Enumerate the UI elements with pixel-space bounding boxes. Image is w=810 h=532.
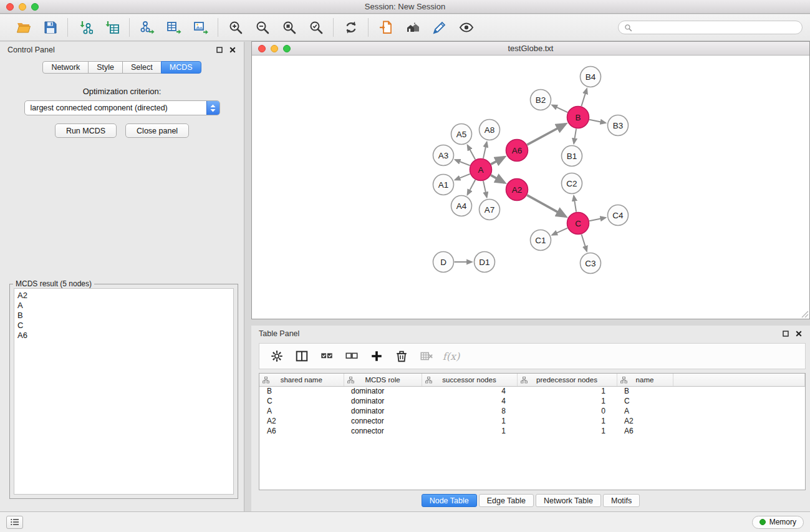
tab-style[interactable]: Style (88, 61, 123, 74)
tab-node-table[interactable]: Node Table (422, 494, 477, 507)
zoom-fit-icon[interactable] (281, 19, 297, 36)
table-cell[interactable]: 8 (422, 406, 517, 416)
table-cell[interactable]: 4 (422, 396, 517, 406)
table-cell[interactable]: 1 (422, 426, 517, 436)
table-cell[interactable]: 1 (517, 416, 617, 426)
table-cell[interactable]: 1 (517, 386, 617, 396)
column-options-icon[interactable] (521, 377, 528, 384)
table-cell[interactable]: B (259, 386, 344, 396)
memory-button[interactable]: Memory (752, 516, 804, 529)
table-cell[interactable]: 0 (517, 406, 617, 416)
graph-edge-A-A5[interactable] (468, 145, 475, 160)
column-header-shared-name[interactable]: shared name (259, 374, 344, 386)
graph-node-B[interactable]: B (567, 107, 589, 128)
graph-edge-A-A1[interactable] (455, 174, 470, 180)
table-cell[interactable]: dominator (344, 406, 422, 416)
graph-edge-A-A4[interactable] (468, 180, 476, 195)
resize-grip-icon[interactable] (801, 311, 809, 318)
table-cell[interactable]: connector (344, 426, 422, 436)
tab-network[interactable]: Network (42, 61, 89, 74)
save-session-icon[interactable] (42, 19, 59, 36)
import-document-icon[interactable] (377, 19, 394, 36)
show-panel-list-button[interactable] (6, 516, 23, 529)
minimize-window-button[interactable] (19, 3, 26, 11)
network-canvas[interactable]: B4B2BB3A8A5A6A3B1AC2A1A2A4A7C4CC1DD1C3 (252, 56, 809, 319)
show-columns-icon[interactable] (294, 349, 309, 364)
graph-edge-A-A6[interactable] (491, 157, 504, 164)
graph-edge-C-C2[interactable] (574, 196, 576, 211)
graph-edge-A-A7[interactable] (483, 181, 487, 197)
table-cell[interactable]: C (259, 396, 344, 406)
table-cell[interactable]: dominator (344, 396, 422, 406)
close-panel-icon[interactable] (229, 46, 236, 54)
table-cell[interactable]: dominator (344, 386, 422, 396)
column-header-name[interactable]: name (617, 374, 673, 386)
search-input[interactable] (635, 23, 796, 32)
add-row-icon[interactable] (369, 349, 384, 364)
column-options-icon[interactable] (347, 377, 354, 384)
graph-node-B3[interactable]: B3 (608, 115, 629, 136)
export-image-icon[interactable] (192, 19, 209, 36)
deselect-all-icon[interactable] (344, 349, 359, 364)
tab-mcds[interactable]: MCDS (161, 61, 201, 74)
graph-edge-B-B1[interactable] (574, 128, 576, 143)
import-table-icon[interactable] (104, 19, 120, 36)
delete-rows-icon[interactable] (393, 349, 409, 364)
graph-edge-A2-C[interactable] (527, 195, 566, 216)
graph-node-C2[interactable]: C2 (562, 173, 582, 194)
graph-node-B4[interactable]: B4 (581, 67, 601, 87)
import-network-icon[interactable] (77, 19, 94, 36)
graph-node-B1[interactable]: B1 (562, 146, 582, 167)
tab-network-table[interactable]: Network Table (536, 494, 601, 507)
graph-node-A4[interactable]: A4 (451, 196, 472, 216)
home-icon[interactable] (404, 19, 421, 36)
float-table-panel-icon[interactable] (782, 330, 789, 337)
column-options-icon[interactable] (425, 377, 432, 384)
graph-node-A2[interactable]: A2 (506, 179, 528, 201)
graph-edge-A-A2[interactable] (491, 175, 504, 183)
column-options-icon[interactable] (620, 377, 627, 384)
graph-node-C1[interactable]: C1 (531, 230, 551, 251)
table-row[interactable]: A2connector11A2 (259, 416, 805, 426)
graph-node-B2[interactable]: B2 (531, 90, 551, 110)
table-row[interactable]: Adominator80A (259, 406, 805, 416)
network-zoom-button[interactable] (283, 45, 291, 52)
graph-node-A8[interactable]: A8 (480, 120, 500, 140)
close-table-panel-icon[interactable] (795, 330, 803, 337)
zoom-selected-icon[interactable] (307, 19, 324, 36)
table-cell[interactable]: 4 (422, 386, 517, 396)
float-panel-icon[interactable] (216, 46, 223, 54)
table-cell[interactable]: A2 (259, 416, 344, 426)
tab-select[interactable]: Select (122, 61, 162, 74)
graph-node-A[interactable]: A (470, 159, 492, 181)
graph-node-A7[interactable]: A7 (480, 200, 500, 220)
graph-node-D1[interactable]: D1 (475, 252, 495, 273)
graph-edge-C-C1[interactable] (552, 228, 567, 235)
graph-edge-C-C3[interactable] (582, 235, 587, 251)
zoom-in-icon[interactable] (227, 19, 244, 36)
export-network-icon[interactable] (138, 19, 155, 36)
annotate-icon[interactable] (431, 19, 448, 36)
graph-node-C3[interactable]: C3 (581, 253, 601, 274)
table-cell[interactable]: 1 (517, 426, 617, 436)
graph-edge-B-B4[interactable] (581, 89, 587, 107)
tab-edge-table[interactable]: Edge Table (479, 494, 534, 507)
zoom-window-button[interactable] (31, 3, 39, 11)
table-row[interactable]: Cdominator41C (259, 396, 805, 406)
table-cell[interactable]: A6 (259, 426, 344, 436)
table-cell[interactable]: 1 (517, 396, 617, 406)
close-window-button[interactable] (6, 3, 14, 11)
select-all-icon[interactable] (319, 349, 334, 364)
table-cell[interactable]: A2 (617, 416, 673, 426)
table-cell[interactable]: A (259, 406, 344, 416)
network-minimize-button[interactable] (271, 45, 278, 52)
table-row[interactable]: Bdominator41B (259, 386, 805, 396)
graph-edge-A6-B[interactable] (527, 124, 565, 145)
column-header-mcds-role[interactable]: MCDS role (344, 374, 422, 386)
column-header-successor-nodes[interactable]: successor nodes (422, 374, 517, 386)
table-cell[interactable]: A (617, 406, 673, 416)
graph-node-A6[interactable]: A6 (506, 140, 528, 162)
open-session-icon[interactable] (15, 19, 32, 36)
refresh-icon[interactable] (342, 19, 359, 36)
tab-motifs[interactable]: Motifs (603, 494, 640, 507)
